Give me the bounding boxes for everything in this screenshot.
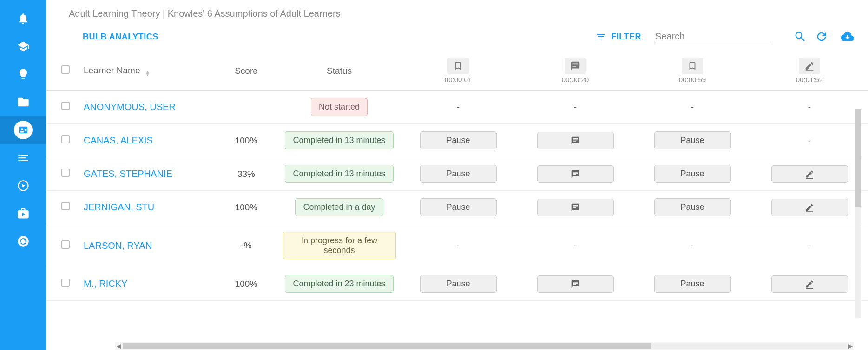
row-checkbox[interactable] — [61, 169, 70, 177]
col-learner-label: Learner Name — [84, 65, 140, 75]
pause-button[interactable]: Pause — [654, 131, 731, 149]
edit-button[interactable] — [771, 165, 848, 183]
id-badge-icon — [14, 121, 33, 139]
sidebar-item-playlist[interactable] — [0, 144, 46, 172]
help-ring-icon — [17, 235, 30, 248]
table-row: CANAS, ALEXIS 100% Completed in 13 minut… — [46, 124, 868, 157]
vscroll-thumb[interactable] — [855, 109, 861, 207]
pause-button[interactable]: Pause — [420, 131, 497, 149]
learner-link[interactable]: GATES, STEPHANIE — [84, 169, 172, 179]
pause-button[interactable]: Pause — [420, 275, 497, 293]
col-t3[interactable]: 00:00:59 — [634, 52, 751, 91]
table-row: JERNIGAN, STU 100% Completed in a day Pa… — [46, 191, 868, 224]
sidebar-item-contacts[interactable] — [0, 116, 46, 144]
refresh-icon[interactable] — [815, 30, 828, 43]
edit-button[interactable] — [771, 275, 848, 293]
table-cell: LARSON, RYAN — [74, 224, 214, 267]
folder-icon — [17, 96, 30, 109]
col-t4-time: 00:01:52 — [796, 76, 823, 84]
table-cell — [751, 191, 868, 224]
table-cell: M., RICKY — [74, 267, 214, 301]
table-cell: Pause — [634, 124, 751, 157]
col-t4[interactable]: 00:01:52 — [751, 52, 868, 91]
scroll-right-arrow-icon[interactable]: ▶ — [847, 343, 854, 350]
status-badge: Completed in a day — [295, 198, 383, 216]
status-badge: Completed in 13 minutes — [285, 131, 393, 149]
row-checkbox[interactable] — [61, 102, 70, 110]
sidebar-item-shop[interactable] — [0, 200, 46, 227]
scroll-thumb[interactable] — [123, 343, 651, 349]
sidebar-item-support[interactable] — [0, 227, 46, 255]
cloud-download-icon[interactable] — [841, 30, 854, 43]
chat-button[interactable] — [537, 132, 614, 149]
search-input[interactable] — [655, 29, 773, 44]
sidebar-item-files[interactable] — [0, 88, 46, 116]
status-cell: Completed in 13 minutes — [279, 157, 400, 191]
score-cell: 33% — [214, 157, 279, 191]
sidebar-item-education[interactable] — [0, 32, 46, 60]
horizontal-scrollbar[interactable]: ◀ ▶ — [115, 342, 854, 350]
toolbar: BULB ANALYTICS FILTER — [46, 25, 868, 52]
search-icon[interactable] — [794, 30, 807, 43]
chat-button[interactable] — [537, 275, 614, 293]
learner-link[interactable]: M., RICKY — [84, 279, 127, 289]
vertical-scrollbar[interactable] — [855, 109, 861, 318]
col-score[interactable]: Score — [214, 52, 279, 91]
table-cell — [517, 157, 634, 191]
table-row: ANONYMOUS, USER Not started ---- — [46, 91, 868, 124]
pause-button[interactable]: Pause — [420, 165, 497, 183]
pause-button[interactable]: Pause — [420, 198, 497, 216]
learner-link[interactable]: JERNIGAN, STU — [84, 202, 154, 212]
scroll-left-arrow-icon[interactable]: ◀ — [115, 343, 123, 350]
row-checkbox[interactable] — [61, 279, 70, 287]
table-cell — [517, 191, 634, 224]
status-cell: Completed in 13 minutes — [279, 124, 400, 157]
table-container: Learner Name ▲▼ Score Status 00:00:01 00… — [46, 52, 868, 350]
lightbulb-icon — [17, 68, 30, 81]
status-badge: Not started — [311, 98, 368, 116]
table-cell: Pause — [634, 191, 751, 224]
col-t2[interactable]: 00:00:20 — [517, 52, 634, 91]
edit-underline-icon — [805, 169, 814, 179]
chat-icon — [570, 61, 580, 71]
table-cell — [46, 224, 74, 267]
edit-underline-icon — [805, 279, 814, 289]
filter-button[interactable]: FILTER — [595, 31, 641, 42]
section-heading[interactable]: BULB ANALYTICS — [83, 32, 158, 42]
col-learner[interactable]: Learner Name ▲▼ — [74, 52, 214, 91]
main: Adult Learning Theory | Knowles' 6 Assum… — [46, 0, 868, 350]
table-cell — [46, 91, 74, 124]
status-cell: Completed in 23 minutes — [279, 267, 400, 301]
pause-button[interactable]: Pause — [654, 275, 731, 293]
edit-button[interactable] — [771, 199, 848, 216]
col-t1[interactable]: 00:00:01 — [400, 52, 517, 91]
table-cell: Pause — [400, 267, 517, 301]
search-field[interactable] — [655, 29, 771, 44]
pause-button[interactable]: Pause — [654, 198, 731, 216]
table-row: GATES, STEPHANIE 33% Completed in 13 min… — [46, 157, 868, 191]
select-all-checkbox[interactable] — [61, 65, 70, 74]
scroll-track[interactable] — [123, 343, 847, 349]
col-status[interactable]: Status — [279, 52, 400, 91]
bell-icon — [17, 12, 30, 25]
pause-button[interactable]: Pause — [654, 165, 731, 183]
learner-link[interactable]: LARSON, RYAN — [84, 240, 152, 251]
grad-cap-icon — [17, 40, 30, 53]
sidebar-item-notifications[interactable] — [0, 5, 46, 32]
learners-table: Learner Name ▲▼ Score Status 00:00:01 00… — [46, 52, 868, 301]
play-circle-icon — [17, 179, 30, 192]
score-cell: 100% — [214, 191, 279, 224]
chat-icon — [571, 169, 580, 179]
sidebar-item-bulb[interactable] — [0, 60, 46, 88]
row-checkbox[interactable] — [61, 240, 70, 249]
chat-button[interactable] — [537, 165, 614, 183]
filter-label: FILTER — [611, 32, 641, 42]
chat-button[interactable] — [537, 199, 614, 216]
row-checkbox[interactable] — [61, 202, 70, 210]
row-checkbox[interactable] — [61, 135, 70, 143]
page-title: Adult Learning Theory | Knowles' 6 Assum… — [46, 0, 868, 25]
learner-link[interactable]: CANAS, ALEXIS — [84, 135, 153, 145]
learner-link[interactable]: ANONYMOUS, USER — [84, 102, 176, 112]
table-cell — [751, 267, 868, 301]
sidebar-item-play[interactable] — [0, 172, 46, 200]
